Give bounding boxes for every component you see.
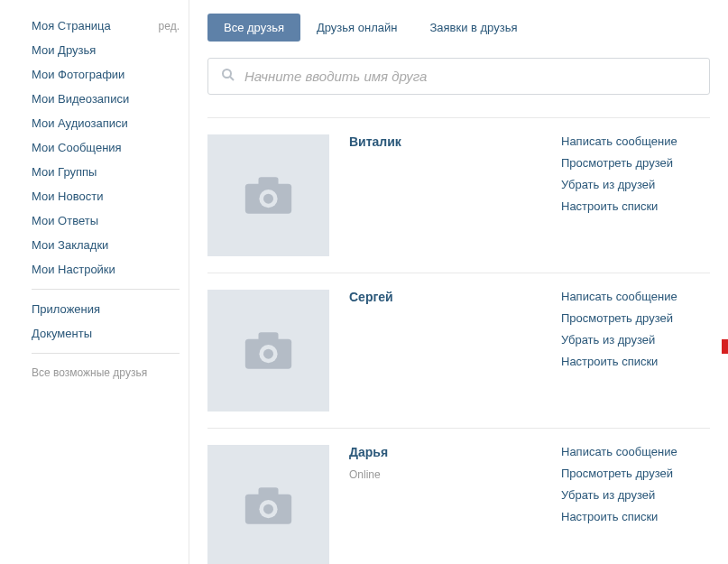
edit-link[interactable]: ред. <box>159 20 180 32</box>
svg-line-1 <box>230 77 234 80</box>
sidebar-item-audio[interactable]: Мои Аудиозаписи <box>32 111 180 135</box>
action-remove-friend[interactable]: Убрать из друзей <box>561 178 710 191</box>
sidebar-item-news[interactable]: Мои Новости <box>32 184 180 208</box>
tabs: Все друзья Друзья онлайн Заявки в друзья <box>207 14 710 42</box>
svg-point-14 <box>263 504 273 514</box>
tab-all-friends[interactable]: Все друзья <box>207 14 300 42</box>
sidebar-item-bookmarks[interactable]: Мои Закладки <box>32 233 180 257</box>
svg-point-0 <box>223 69 231 78</box>
svg-point-5 <box>263 194 273 204</box>
search-icon <box>221 68 235 85</box>
action-view-friends[interactable]: Просмотреть друзей <box>561 467 710 480</box>
tab-friend-requests[interactable]: Заявки в друзья <box>413 14 533 42</box>
sidebar-item-label: Моя Страница <box>32 19 111 32</box>
divider <box>32 289 180 290</box>
action-remove-friend[interactable]: Убрать из друзей <box>561 333 710 347</box>
camera-icon <box>244 330 293 371</box>
sidebar: Моя Страница ред. Мои Друзья Мои Фотогра… <box>0 0 189 564</box>
divider <box>32 353 180 354</box>
friend-row: Дарья Online Написать сообщение Просмотр… <box>207 428 710 564</box>
sidebar-item-videos[interactable]: Мои Видеозаписи <box>32 87 180 111</box>
camera-icon <box>244 485 293 526</box>
search-box[interactable] <box>207 58 710 95</box>
sidebar-item-possible-friends[interactable]: Все возможные друзья <box>32 361 180 384</box>
sidebar-item-friends[interactable]: Мои Друзья <box>32 38 180 62</box>
friend-name[interactable]: Виталик <box>349 134 561 149</box>
action-write-message[interactable]: Написать сообщение <box>561 445 710 458</box>
avatar[interactable] <box>207 134 329 256</box>
action-configure-lists[interactable]: Настроить списки <box>561 510 710 523</box>
action-view-friends[interactable]: Просмотреть друзей <box>561 156 710 170</box>
action-remove-friend[interactable]: Убрать из друзей <box>561 488 710 502</box>
main-content: Все друзья Друзья онлайн Заявки в друзья… <box>189 0 728 564</box>
svg-rect-7 <box>259 332 279 342</box>
sidebar-item-apps[interactable]: Приложения <box>32 297 180 321</box>
friend-info: Сергей <box>349 290 561 411</box>
sidebar-item-my-page[interactable]: Моя Страница ред. <box>32 14 180 38</box>
online-status: Online <box>349 468 561 481</box>
search-input[interactable] <box>244 69 696 84</box>
friend-actions: Написать сообщение Просмотреть друзей Уб… <box>561 134 710 256</box>
sidebar-item-answers[interactable]: Мои Ответы <box>32 208 180 233</box>
svg-rect-12 <box>259 487 279 497</box>
action-write-message[interactable]: Написать сообщение <box>561 134 710 148</box>
friend-name[interactable]: Сергей <box>349 290 561 304</box>
friend-row: Виталик Написать сообщение Просмотреть д… <box>207 117 710 273</box>
arrow-icon <box>722 332 728 364</box>
svg-rect-3 <box>259 177 279 187</box>
action-write-message[interactable]: Написать сообщение <box>561 290 710 303</box>
sidebar-item-groups[interactable]: Мои Группы <box>32 160 180 184</box>
sidebar-item-settings[interactable]: Мои Настройки <box>32 257 180 282</box>
friend-info: Виталик <box>349 134 561 256</box>
action-view-friends[interactable]: Просмотреть друзей <box>561 311 710 325</box>
friend-info: Дарья Online <box>349 445 561 564</box>
friend-name[interactable]: Дарья <box>349 445 561 459</box>
action-configure-lists[interactable]: Настроить списки <box>561 355 710 368</box>
svg-point-9 <box>263 349 273 359</box>
friend-row: Сергей Написать сообщение Просмотреть др… <box>207 273 710 428</box>
svg-marker-10 <box>722 332 728 361</box>
avatar[interactable] <box>207 445 329 564</box>
tab-online-friends[interactable]: Друзья онлайн <box>300 14 413 42</box>
friend-actions: Написать сообщение Просмотреть друзей Уб… <box>561 290 710 411</box>
sidebar-item-messages[interactable]: Мои Сообщения <box>32 135 180 160</box>
camera-icon <box>244 175 293 216</box>
sidebar-item-photos[interactable]: Мои Фотографии <box>32 62 180 87</box>
action-configure-lists[interactable]: Настроить списки <box>561 199 710 213</box>
sidebar-item-documents[interactable]: Документы <box>32 321 180 346</box>
avatar[interactable] <box>207 290 329 411</box>
friend-actions: Написать сообщение Просмотреть друзей Уб… <box>561 445 710 564</box>
